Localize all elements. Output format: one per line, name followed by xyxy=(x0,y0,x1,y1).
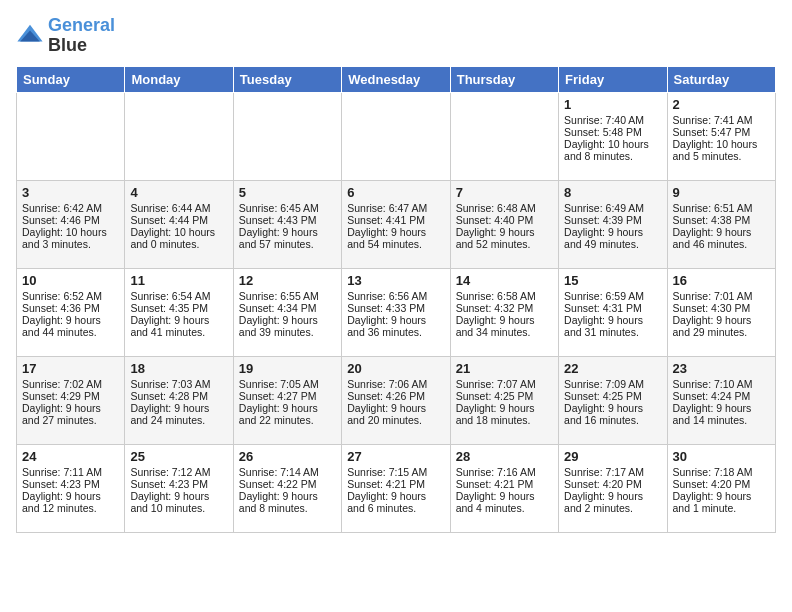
day-info: Sunrise: 7:05 AM Sunset: 4:27 PM Dayligh… xyxy=(239,378,319,426)
calendar-cell: 26Sunrise: 7:14 AM Sunset: 4:22 PM Dayli… xyxy=(233,444,341,532)
day-number: 16 xyxy=(673,273,770,288)
day-info: Sunrise: 7:15 AM Sunset: 4:21 PM Dayligh… xyxy=(347,466,427,514)
day-info: Sunrise: 7:06 AM Sunset: 4:26 PM Dayligh… xyxy=(347,378,427,426)
day-info: Sunrise: 7:41 AM Sunset: 5:47 PM Dayligh… xyxy=(673,114,758,162)
day-number: 18 xyxy=(130,361,227,376)
calendar-cell: 30Sunrise: 7:18 AM Sunset: 4:20 PM Dayli… xyxy=(667,444,775,532)
day-info: Sunrise: 7:14 AM Sunset: 4:22 PM Dayligh… xyxy=(239,466,319,514)
day-number: 8 xyxy=(564,185,661,200)
day-info: Sunrise: 6:45 AM Sunset: 4:43 PM Dayligh… xyxy=(239,202,319,250)
calendar-cell: 5Sunrise: 6:45 AM Sunset: 4:43 PM Daylig… xyxy=(233,180,341,268)
calendar: SundayMondayTuesdayWednesdayThursdayFrid… xyxy=(16,66,776,533)
day-number: 5 xyxy=(239,185,336,200)
calendar-cell: 23Sunrise: 7:10 AM Sunset: 4:24 PM Dayli… xyxy=(667,356,775,444)
day-number: 4 xyxy=(130,185,227,200)
calendar-cell: 17Sunrise: 7:02 AM Sunset: 4:29 PM Dayli… xyxy=(17,356,125,444)
day-header-thursday: Thursday xyxy=(450,66,558,92)
day-info: Sunrise: 7:11 AM Sunset: 4:23 PM Dayligh… xyxy=(22,466,102,514)
day-number: 10 xyxy=(22,273,119,288)
calendar-cell: 21Sunrise: 7:07 AM Sunset: 4:25 PM Dayli… xyxy=(450,356,558,444)
calendar-cell: 24Sunrise: 7:11 AM Sunset: 4:23 PM Dayli… xyxy=(17,444,125,532)
day-number: 6 xyxy=(347,185,444,200)
calendar-cell: 10Sunrise: 6:52 AM Sunset: 4:36 PM Dayli… xyxy=(17,268,125,356)
calendar-cell xyxy=(450,92,558,180)
day-info: Sunrise: 6:44 AM Sunset: 4:44 PM Dayligh… xyxy=(130,202,215,250)
calendar-cell: 20Sunrise: 7:06 AM Sunset: 4:26 PM Dayli… xyxy=(342,356,450,444)
day-number: 15 xyxy=(564,273,661,288)
day-info: Sunrise: 7:09 AM Sunset: 4:25 PM Dayligh… xyxy=(564,378,644,426)
day-number: 29 xyxy=(564,449,661,464)
calendar-header: SundayMondayTuesdayWednesdayThursdayFrid… xyxy=(17,66,776,92)
calendar-cell: 27Sunrise: 7:15 AM Sunset: 4:21 PM Dayli… xyxy=(342,444,450,532)
day-number: 19 xyxy=(239,361,336,376)
calendar-cell: 2Sunrise: 7:41 AM Sunset: 5:47 PM Daylig… xyxy=(667,92,775,180)
page-header: General Blue xyxy=(16,16,776,56)
calendar-cell xyxy=(125,92,233,180)
logo-icon xyxy=(16,22,44,50)
day-info: Sunrise: 7:12 AM Sunset: 4:23 PM Dayligh… xyxy=(130,466,210,514)
day-number: 3 xyxy=(22,185,119,200)
day-header-monday: Monday xyxy=(125,66,233,92)
calendar-cell: 13Sunrise: 6:56 AM Sunset: 4:33 PM Dayli… xyxy=(342,268,450,356)
day-number: 20 xyxy=(347,361,444,376)
day-info: Sunrise: 6:51 AM Sunset: 4:38 PM Dayligh… xyxy=(673,202,753,250)
day-info: Sunrise: 7:18 AM Sunset: 4:20 PM Dayligh… xyxy=(673,466,753,514)
day-number: 23 xyxy=(673,361,770,376)
calendar-cell: 22Sunrise: 7:09 AM Sunset: 4:25 PM Dayli… xyxy=(559,356,667,444)
day-number: 30 xyxy=(673,449,770,464)
day-header-saturday: Saturday xyxy=(667,66,775,92)
calendar-cell: 7Sunrise: 6:48 AM Sunset: 4:40 PM Daylig… xyxy=(450,180,558,268)
day-header-friday: Friday xyxy=(559,66,667,92)
calendar-cell xyxy=(342,92,450,180)
logo: General Blue xyxy=(16,16,115,56)
calendar-cell: 4Sunrise: 6:44 AM Sunset: 4:44 PM Daylig… xyxy=(125,180,233,268)
day-number: 13 xyxy=(347,273,444,288)
calendar-cell xyxy=(17,92,125,180)
calendar-week-3: 10Sunrise: 6:52 AM Sunset: 4:36 PM Dayli… xyxy=(17,268,776,356)
day-info: Sunrise: 7:40 AM Sunset: 5:48 PM Dayligh… xyxy=(564,114,649,162)
calendar-cell: 1Sunrise: 7:40 AM Sunset: 5:48 PM Daylig… xyxy=(559,92,667,180)
calendar-cell: 15Sunrise: 6:59 AM Sunset: 4:31 PM Dayli… xyxy=(559,268,667,356)
day-info: Sunrise: 6:58 AM Sunset: 4:32 PM Dayligh… xyxy=(456,290,536,338)
day-header-sunday: Sunday xyxy=(17,66,125,92)
day-info: Sunrise: 6:42 AM Sunset: 4:46 PM Dayligh… xyxy=(22,202,107,250)
logo-text: General Blue xyxy=(48,16,115,56)
calendar-cell: 11Sunrise: 6:54 AM Sunset: 4:35 PM Dayli… xyxy=(125,268,233,356)
day-info: Sunrise: 7:03 AM Sunset: 4:28 PM Dayligh… xyxy=(130,378,210,426)
calendar-cell: 8Sunrise: 6:49 AM Sunset: 4:39 PM Daylig… xyxy=(559,180,667,268)
day-info: Sunrise: 6:59 AM Sunset: 4:31 PM Dayligh… xyxy=(564,290,644,338)
calendar-week-4: 17Sunrise: 7:02 AM Sunset: 4:29 PM Dayli… xyxy=(17,356,776,444)
calendar-cell: 12Sunrise: 6:55 AM Sunset: 4:34 PM Dayli… xyxy=(233,268,341,356)
day-header-wednesday: Wednesday xyxy=(342,66,450,92)
calendar-cell: 29Sunrise: 7:17 AM Sunset: 4:20 PM Dayli… xyxy=(559,444,667,532)
day-info: Sunrise: 6:49 AM Sunset: 4:39 PM Dayligh… xyxy=(564,202,644,250)
calendar-cell: 19Sunrise: 7:05 AM Sunset: 4:27 PM Dayli… xyxy=(233,356,341,444)
calendar-body: 1Sunrise: 7:40 AM Sunset: 5:48 PM Daylig… xyxy=(17,92,776,532)
day-number: 2 xyxy=(673,97,770,112)
calendar-cell: 18Sunrise: 7:03 AM Sunset: 4:28 PM Dayli… xyxy=(125,356,233,444)
day-info: Sunrise: 7:02 AM Sunset: 4:29 PM Dayligh… xyxy=(22,378,102,426)
day-number: 11 xyxy=(130,273,227,288)
day-number: 22 xyxy=(564,361,661,376)
day-info: Sunrise: 7:10 AM Sunset: 4:24 PM Dayligh… xyxy=(673,378,753,426)
day-info: Sunrise: 7:07 AM Sunset: 4:25 PM Dayligh… xyxy=(456,378,536,426)
calendar-cell: 16Sunrise: 7:01 AM Sunset: 4:30 PM Dayli… xyxy=(667,268,775,356)
day-number: 28 xyxy=(456,449,553,464)
day-number: 1 xyxy=(564,97,661,112)
calendar-cell xyxy=(233,92,341,180)
day-info: Sunrise: 7:17 AM Sunset: 4:20 PM Dayligh… xyxy=(564,466,644,514)
calendar-week-2: 3Sunrise: 6:42 AM Sunset: 4:46 PM Daylig… xyxy=(17,180,776,268)
day-number: 25 xyxy=(130,449,227,464)
day-number: 9 xyxy=(673,185,770,200)
day-header-tuesday: Tuesday xyxy=(233,66,341,92)
calendar-cell: 6Sunrise: 6:47 AM Sunset: 4:41 PM Daylig… xyxy=(342,180,450,268)
day-number: 26 xyxy=(239,449,336,464)
calendar-week-1: 1Sunrise: 7:40 AM Sunset: 5:48 PM Daylig… xyxy=(17,92,776,180)
day-number: 27 xyxy=(347,449,444,464)
day-number: 7 xyxy=(456,185,553,200)
calendar-cell: 14Sunrise: 6:58 AM Sunset: 4:32 PM Dayli… xyxy=(450,268,558,356)
day-number: 14 xyxy=(456,273,553,288)
day-info: Sunrise: 7:01 AM Sunset: 4:30 PM Dayligh… xyxy=(673,290,753,338)
calendar-cell: 3Sunrise: 6:42 AM Sunset: 4:46 PM Daylig… xyxy=(17,180,125,268)
day-number: 21 xyxy=(456,361,553,376)
